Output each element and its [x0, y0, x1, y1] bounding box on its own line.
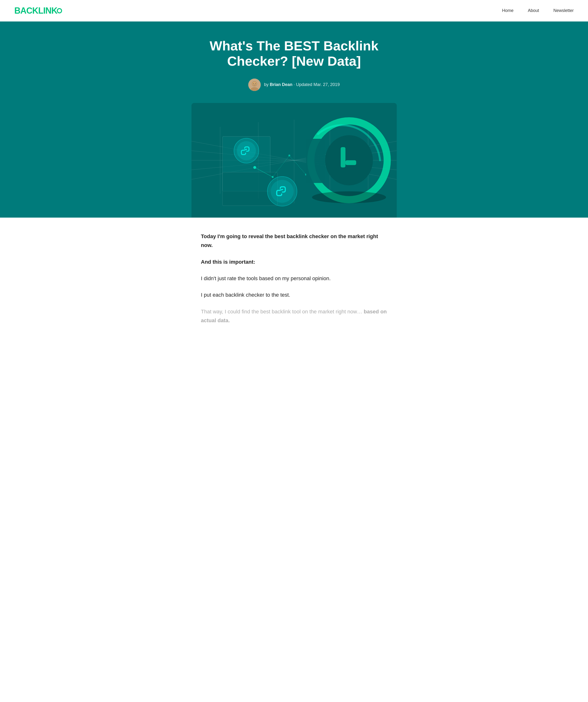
svg-rect-39 [306, 139, 325, 183]
paragraph-5: That way, I could find the best backlink… [201, 307, 387, 325]
site-header: BACKLINK Home About Newsletter [0, 0, 588, 21]
nav-newsletter[interactable]: Newsletter [553, 8, 574, 13]
main-nav: Home About Newsletter [502, 8, 574, 13]
paragraph-3: I didn't just rate the tools based on my… [201, 274, 387, 283]
page-title: What's The BEST Backlink Checker? [New D… [196, 38, 392, 69]
svg-rect-40 [341, 147, 345, 167]
logo-o-icon [57, 8, 62, 13]
nav-home[interactable]: Home [502, 8, 513, 13]
avatar [248, 79, 261, 91]
paragraph-1: Today I'm going to reveal the best backl… [201, 232, 387, 250]
hero-illustration [191, 103, 397, 218]
svg-point-42 [312, 191, 386, 203]
article-content: Today I'm going to reveal the best backl… [191, 218, 397, 352]
paragraph-4: I put each backlink checker to the test. [201, 290, 387, 299]
paragraph-2: And this is important: [201, 257, 387, 266]
svg-point-3 [252, 82, 257, 86]
author-line: by Brian Dean · Updated Mar. 27, 2019 [14, 79, 574, 91]
svg-rect-41 [345, 160, 356, 165]
hero-image-wrapper [191, 103, 397, 218]
svg-point-35 [271, 180, 294, 203]
svg-point-5 [255, 83, 256, 84]
nav-about[interactable]: About [528, 8, 539, 13]
svg-point-4 [253, 83, 254, 84]
author-credit: by Brian Dean · Updated Mar. 27, 2019 [264, 82, 340, 87]
svg-point-32 [237, 141, 256, 160]
hero-section: What's The BEST Backlink Checker? [New D… [0, 21, 588, 218]
site-logo[interactable]: BACKLINK [14, 6, 62, 16]
